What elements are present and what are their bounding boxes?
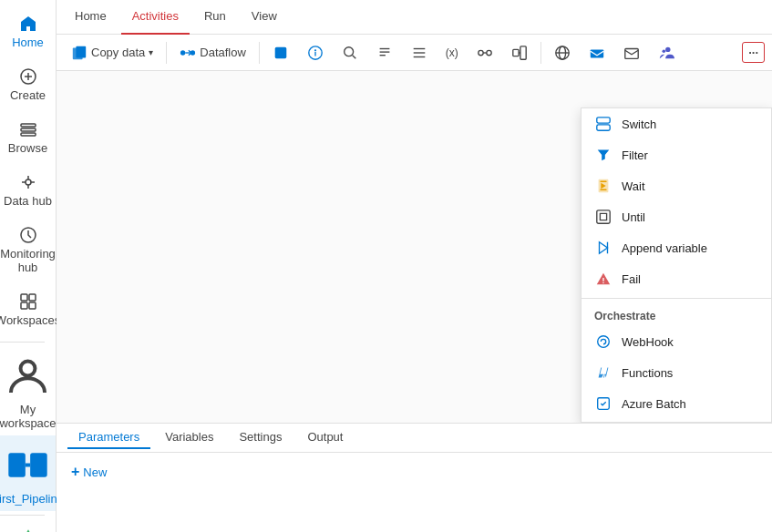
dropdown-item-until[interactable]: Until xyxy=(582,201,771,232)
svg-point-6 xyxy=(26,179,31,185)
nav-home[interactable]: Home xyxy=(64,0,118,35)
sidebar-item-label: Workspaces xyxy=(0,313,60,327)
nav-view[interactable]: View xyxy=(241,0,288,35)
toolbar-divider1 xyxy=(166,42,167,64)
tab-settings[interactable]: Settings xyxy=(228,426,293,449)
tab-variables[interactable]: Variables xyxy=(154,426,224,449)
tb-mail-btn[interactable] xyxy=(616,41,647,65)
sidebar-item-datahub[interactable]: Data hub xyxy=(0,166,56,215)
workspace-icon xyxy=(4,352,52,400)
tb-pipeline-btn[interactable] xyxy=(469,41,500,65)
svg-rect-51 xyxy=(600,189,606,190)
svg-rect-4 xyxy=(21,128,36,131)
tb-list-btn[interactable] xyxy=(404,41,435,65)
datafactory-icon xyxy=(19,527,37,532)
sidebar-item-browse[interactable]: Browse xyxy=(0,113,56,162)
copy-data-icon xyxy=(71,45,87,61)
tab-output[interactable]: Output xyxy=(296,426,354,449)
sidebar-item-label: Browse xyxy=(8,141,47,155)
sidebar-item-label: Home xyxy=(12,36,44,49)
sidebar-divider2 xyxy=(0,515,45,516)
more-button[interactable]: ··· xyxy=(742,42,765,63)
sidebar-item-my-workspace[interactable]: My workspace xyxy=(0,346,56,435)
svg-rect-53 xyxy=(597,210,610,223)
bottom-tabs: Parameters Variables Settings Output xyxy=(57,424,772,453)
svg-rect-10 xyxy=(21,302,27,309)
bottom-panel: Parameters Variables Settings Output + N… xyxy=(57,423,772,532)
dropdown-item-switch[interactable]: Switch xyxy=(582,108,771,139)
pipeline-label: First_Pipeline xyxy=(0,492,64,506)
svg-rect-3 xyxy=(21,124,36,127)
sidebar-bottom: My workspace First_Pipeline Data Factory xyxy=(0,338,56,532)
svg-point-34 xyxy=(487,50,491,55)
tb-search-btn[interactable] xyxy=(335,41,365,65)
tb-share-btn[interactable] xyxy=(504,41,535,65)
tb-info-btn[interactable] xyxy=(300,41,331,65)
sidebar-item-label: Data hub xyxy=(4,194,52,208)
share-icon xyxy=(511,45,528,61)
copy-data-label: Copy data xyxy=(91,46,145,59)
sidebar-item-workspaces[interactable]: Workspaces xyxy=(0,285,56,334)
canvas[interactable]: SwitchFilterWaitUntilAppend variableFail… xyxy=(57,71,772,423)
switch-icon xyxy=(594,115,612,133)
browse-icon xyxy=(19,120,37,138)
tb-expr-btn[interactable]: (x) xyxy=(438,43,466,63)
dropdown-panel: SwitchFilterWaitUntilAppend variableFail… xyxy=(581,107,772,423)
top-nav: Home Activities Run View xyxy=(57,0,772,35)
sidebar-item-pipeline[interactable]: First_Pipeline xyxy=(0,435,56,511)
info-icon xyxy=(307,45,324,61)
dropdown-item-functions[interactable]: Functions xyxy=(582,357,771,388)
dataflow-button[interactable]: Dataflow xyxy=(172,41,253,65)
svg-point-33 xyxy=(479,50,483,55)
svg-point-25 xyxy=(345,46,354,56)
svg-rect-8 xyxy=(21,294,27,301)
home-icon xyxy=(19,15,37,33)
tb-notification-btn[interactable] xyxy=(582,41,612,65)
dropdown-item-wait[interactable]: Wait xyxy=(582,170,771,201)
dropdown-separator xyxy=(582,298,771,299)
svg-rect-18 xyxy=(76,46,86,57)
new-label: New xyxy=(83,466,107,479)
sidebar-divider xyxy=(0,342,45,343)
dropdown-item-append-variable[interactable]: Append variable xyxy=(582,232,771,263)
sidebar-item-home[interactable]: Home xyxy=(0,7,56,56)
dropdown-item-azure-batch[interactable]: Azure Batch xyxy=(582,388,771,419)
new-button[interactable]: + New xyxy=(67,460,110,484)
tab-parameters[interactable]: Parameters xyxy=(67,426,150,449)
svg-point-58 xyxy=(598,336,610,348)
svg-rect-9 xyxy=(29,294,36,301)
expression-icon: (x) xyxy=(446,46,458,59)
tb-text-btn[interactable] xyxy=(369,41,400,65)
list-icon xyxy=(411,45,427,61)
nav-activities[interactable]: Activities xyxy=(121,0,190,35)
dropdown-item-webhook[interactable]: WebHook xyxy=(582,326,771,357)
main-area: Home Activities Run View Copy data ▾ xyxy=(57,0,772,532)
tb-square-btn[interactable] xyxy=(265,41,296,65)
svg-point-24 xyxy=(314,49,315,50)
nav-run[interactable]: Run xyxy=(193,0,237,35)
tb-teams-btn[interactable] xyxy=(651,41,682,65)
dropdown-item-fail[interactable]: Fail xyxy=(582,263,771,294)
until-icon xyxy=(594,208,612,226)
search-icon xyxy=(342,45,358,61)
svg-rect-37 xyxy=(520,46,526,58)
fail-icon xyxy=(594,270,612,288)
globe-icon xyxy=(554,45,571,61)
functions-icon xyxy=(594,363,612,382)
filter-icon xyxy=(594,146,612,164)
dropdown-item-filter[interactable]: Filter xyxy=(582,139,771,170)
monitoring-icon xyxy=(19,226,37,244)
svg-rect-47 xyxy=(597,125,610,130)
sidebar-item-data-factory[interactable]: Data Factory xyxy=(0,519,56,532)
tb-globe-btn[interactable] xyxy=(547,41,578,65)
plus-icon: + xyxy=(71,464,79,480)
dataflow-label: Dataflow xyxy=(200,46,246,59)
svg-line-26 xyxy=(353,55,356,58)
tb-square-icon xyxy=(273,45,289,61)
svg-rect-36 xyxy=(513,49,519,56)
sidebar-item-label: Create xyxy=(10,88,46,102)
sidebar-item-create[interactable]: Create xyxy=(0,60,56,109)
pipeline-icon xyxy=(4,441,52,489)
sidebar-item-monitoring[interactable]: Monitoring hub xyxy=(0,219,56,281)
copy-data-button[interactable]: Copy data ▾ xyxy=(64,41,160,65)
